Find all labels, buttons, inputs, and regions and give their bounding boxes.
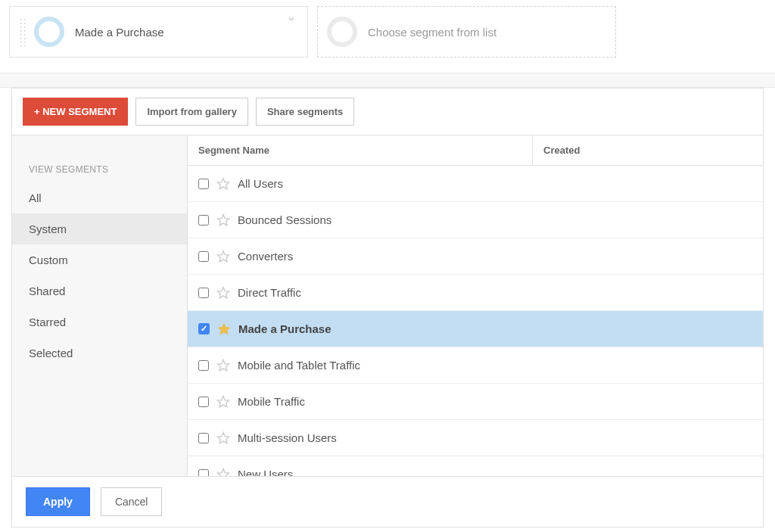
svg-marker-1	[218, 215, 229, 226]
segment-name: Mobile Traffic	[238, 395, 305, 408]
segment-name: Made a Purchase	[238, 322, 331, 335]
star-icon[interactable]	[216, 357, 230, 373]
segment-sidebar: VIEW SEGMENTS AllSystemCustomSharedStarr…	[12, 135, 188, 476]
segment-row[interactable]: Converters	[188, 238, 763, 275]
svg-marker-8	[218, 469, 229, 476]
star-icon[interactable]	[216, 176, 230, 191]
svg-marker-4	[219, 324, 230, 334]
segment-name: Bounced Sessions	[238, 213, 331, 226]
drag-handle[interactable]	[19, 17, 26, 46]
segment-row[interactable]: Made a Purchase	[188, 311, 763, 347]
share-segments-button[interactable]: Share segments	[256, 98, 354, 126]
separator-stripe	[0, 73, 775, 88]
apply-button[interactable]: Apply	[26, 487, 90, 516]
row-checkbox[interactable]	[198, 397, 209, 407]
star-icon[interactable]	[216, 466, 230, 476]
dialog-body: VIEW SEGMENTS AllSystemCustomSharedStarr…	[12, 135, 763, 476]
add-segment-label: Choose segment from list	[368, 26, 496, 39]
column-created[interactable]: Created	[532, 135, 691, 165]
placeholder-circle-icon	[327, 17, 357, 47]
table-header: Segment Name Created	[188, 135, 763, 166]
row-checkbox[interactable]	[198, 323, 210, 334]
svg-marker-3	[218, 288, 229, 298]
sidebar-item-system[interactable]: System	[12, 213, 187, 244]
sidebar-item-all[interactable]: All	[12, 182, 187, 213]
row-checkbox[interactable]	[198, 469, 209, 477]
row-checkbox[interactable]	[198, 433, 209, 443]
chevron-down-icon[interactable]	[285, 13, 298, 26]
add-segment-placeholder[interactable]: Choose segment from list	[317, 6, 616, 58]
star-icon[interactable]	[217, 321, 231, 337]
svg-marker-7	[218, 433, 229, 443]
sidebar-item-custom[interactable]: Custom	[12, 244, 187, 275]
segment-name: All Users	[238, 177, 283, 190]
import-gallery-button[interactable]: Import from gallery	[135, 98, 247, 126]
star-icon[interactable]	[216, 285, 230, 300]
column-segment-name[interactable]: Segment Name	[188, 135, 532, 165]
segment-name: Converters	[238, 250, 293, 263]
dialog-toolbar: + NEW SEGMENT Import from gallery Share …	[12, 89, 763, 135]
segment-picker-bar: Made a Purchase Choose segment from list	[0, 0, 775, 73]
active-segment-chip[interactable]: Made a Purchase	[9, 6, 308, 58]
dialog-footer: Apply Cancel	[12, 476, 763, 527]
segment-row[interactable]: Multi-session Users	[188, 420, 763, 456]
segment-row[interactable]: Mobile and Tablet Traffic	[188, 347, 763, 384]
segment-name: Mobile and Tablet Traffic	[238, 359, 360, 372]
segment-color-circle	[34, 17, 64, 47]
svg-marker-0	[218, 179, 229, 189]
active-segment-label: Made a Purchase	[75, 26, 164, 39]
segment-name: Direct Traffic	[238, 286, 301, 299]
row-checkbox[interactable]	[198, 360, 209, 371]
segment-row[interactable]: Bounced Sessions	[188, 202, 763, 238]
segment-name: Multi-session Users	[238, 431, 337, 444]
sidebar-item-shared[interactable]: Shared	[12, 275, 187, 306]
svg-marker-6	[218, 397, 229, 407]
row-checkbox[interactable]	[198, 251, 209, 262]
row-checkbox[interactable]	[198, 288, 209, 298]
sidebar-heading: VIEW SEGMENTS	[12, 158, 187, 182]
segment-row[interactable]: New Users	[188, 456, 763, 476]
svg-marker-5	[218, 360, 229, 371]
row-checkbox[interactable]	[198, 215, 209, 226]
segment-row[interactable]: Direct Traffic	[188, 275, 763, 311]
svg-marker-2	[218, 251, 229, 262]
star-icon[interactable]	[216, 430, 230, 446]
row-checkbox[interactable]	[198, 179, 209, 189]
sidebar-item-selected[interactable]: Selected	[12, 338, 187, 369]
segment-row[interactable]: Mobile Traffic	[188, 384, 763, 420]
star-icon[interactable]	[216, 212, 230, 228]
sidebar-item-starred[interactable]: Starred	[12, 306, 187, 338]
star-icon[interactable]	[216, 248, 230, 264]
segment-name: New Users	[238, 468, 293, 476]
cancel-button[interactable]: Cancel	[101, 487, 163, 516]
new-segment-button[interactable]: + NEW SEGMENT	[23, 98, 128, 126]
segment-dialog: + NEW SEGMENT Import from gallery Share …	[11, 88, 764, 527]
segment-row[interactable]: All Users	[188, 166, 763, 202]
segment-table: Segment Name Created All UsersBounced Se…	[188, 135, 763, 476]
star-icon[interactable]	[216, 394, 230, 409]
